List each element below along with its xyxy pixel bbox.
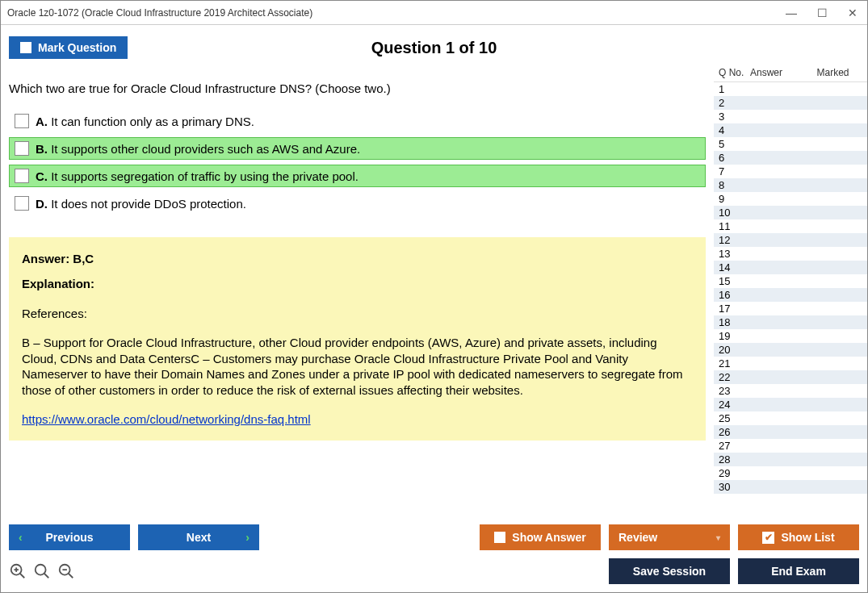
window-title: Oracle 1z0-1072 (Oracle Cloud Infrastruc… <box>7 7 783 19</box>
option-checkbox[interactable] <box>15 114 29 128</box>
end-exam-button[interactable]: End Exam <box>738 558 859 584</box>
question-list-row[interactable]: 16 <box>714 288 867 302</box>
checkbox-icon <box>20 42 31 53</box>
mark-question-button[interactable]: Mark Question <box>9 36 128 59</box>
svg-line-5 <box>44 574 49 578</box>
question-heading: Question 1 of 10 <box>371 39 497 57</box>
reference-link[interactable]: https://www.oracle.com/cloud/networking/… <box>22 412 311 426</box>
titlebar: Oracle 1z0-1072 (Oracle Cloud Infrastruc… <box>1 1 867 25</box>
question-list-pane: Q No. Answer Marked 12345678910111213141… <box>714 64 867 516</box>
question-list-row[interactable]: 14 <box>714 261 867 274</box>
minimize-button[interactable]: — <box>783 6 799 19</box>
zoom-in-icon[interactable] <box>9 562 27 580</box>
show-answer-label: Show Answer <box>512 531 585 544</box>
option-checkbox[interactable] <box>15 169 29 183</box>
question-list-row[interactable]: 29 <box>714 466 867 480</box>
references-label: References: <box>22 307 693 320</box>
caret-down-icon: ▾ <box>716 533 720 542</box>
mark-question-label: Mark Question <box>38 41 116 54</box>
maximize-button[interactable]: ☐ <box>814 6 830 19</box>
col-qno: Q No. <box>714 67 750 78</box>
question-list-body[interactable]: 1234567891011121314151617181920212223242… <box>714 82 867 516</box>
zoom-controls <box>9 562 75 580</box>
question-list-row[interactable]: 15 <box>714 274 867 288</box>
option-row-a[interactable]: A. It can function only as a primary DNS… <box>9 110 706 132</box>
question-list-row[interactable]: 6 <box>714 151 867 165</box>
question-list-row[interactable]: 9 <box>714 192 867 206</box>
option-label: B. It supports other cloud providers suc… <box>36 142 360 156</box>
footer-row-2: Save Session End Exam <box>9 558 859 584</box>
question-text: Which two are true for Oracle Cloud Infr… <box>9 81 706 95</box>
question-list-row[interactable]: 1 <box>714 82 867 96</box>
question-list-row[interactable]: 13 <box>714 247 867 261</box>
question-list-row[interactable]: 8 <box>714 178 867 192</box>
previous-label: Previous <box>45 531 93 544</box>
checkbox-icon <box>494 532 505 543</box>
question-list-row[interactable]: 28 <box>714 453 867 466</box>
option-checkbox[interactable] <box>15 196 29 211</box>
question-list-row[interactable]: 21 <box>714 357 867 370</box>
question-list-row[interactable]: 10 <box>714 206 867 219</box>
zoom-reset-icon[interactable] <box>33 562 51 580</box>
previous-button[interactable]: ‹ Previous <box>9 524 130 550</box>
question-list-row[interactable]: 27 <box>714 439 867 453</box>
option-checkbox[interactable] <box>15 141 29 156</box>
question-list-row[interactable]: 30 <box>714 480 867 494</box>
question-list-row[interactable]: 23 <box>714 384 867 398</box>
question-list-row[interactable]: 17 <box>714 302 867 315</box>
option-row-b[interactable]: B. It supports other cloud providers suc… <box>9 137 706 160</box>
close-button[interactable]: ✕ <box>845 6 861 19</box>
answer-line: Answer: B,C <box>22 252 693 265</box>
next-button[interactable]: Next › <box>138 524 259 550</box>
question-list-row[interactable]: 12 <box>714 233 867 247</box>
col-marked: Marked <box>799 67 867 78</box>
header-row: Mark Question Question 1 of 10 <box>1 25 867 64</box>
save-session-label: Save Session <box>633 565 706 578</box>
chevron-right-icon: › <box>245 531 249 544</box>
check-icon: ✔ <box>762 532 774 544</box>
question-list-row[interactable]: 3 <box>714 110 867 123</box>
body-area: Which two are true for Oracle Cloud Infr… <box>1 64 867 516</box>
explanation-label: Explanation: <box>22 277 693 290</box>
question-list-row[interactable]: 26 <box>714 425 867 439</box>
show-list-button[interactable]: ✔ Show List <box>738 524 859 550</box>
explanation-body: B – Support for Oracle Cloud Infrastruct… <box>22 335 693 398</box>
show-answer-button[interactable]: Show Answer <box>480 524 601 550</box>
question-list-row[interactable]: 22 <box>714 370 867 384</box>
show-list-label: Show List <box>781 531 834 544</box>
option-row-c[interactable]: C. It supports segregation of traffic by… <box>9 165 706 187</box>
question-list-row[interactable]: 5 <box>714 137 867 151</box>
footer: ‹ Previous Next › Show Answer Review ▾ ✔… <box>1 516 867 592</box>
chevron-left-icon: ‹ <box>19 531 23 544</box>
review-button[interactable]: Review ▾ <box>609 524 730 550</box>
options-container: A. It can function only as a primary DNS… <box>9 110 706 219</box>
option-row-d[interactable]: D. It does not provide DDoS protection. <box>9 192 706 215</box>
question-list-row[interactable]: 11 <box>714 219 867 233</box>
svg-line-7 <box>69 574 73 578</box>
option-label: C. It supports segregation of traffic by… <box>36 169 359 183</box>
answer-box: Answer: B,C Explanation: References: B –… <box>9 237 706 441</box>
option-label: D. It does not provide DDoS protection. <box>36 197 246 211</box>
question-list-row[interactable]: 19 <box>714 329 867 343</box>
svg-point-4 <box>36 565 46 575</box>
question-list-row[interactable]: 24 <box>714 398 867 411</box>
question-list-row[interactable]: 18 <box>714 315 867 329</box>
option-label: A. It can function only as a primary DNS… <box>36 115 254 128</box>
col-answer: Answer <box>750 67 799 78</box>
next-label: Next <box>187 531 211 544</box>
svg-line-1 <box>20 574 25 578</box>
save-session-button[interactable]: Save Session <box>609 558 730 584</box>
footer-row-1: ‹ Previous Next › Show Answer Review ▾ ✔… <box>9 524 859 550</box>
question-list-row[interactable]: 4 <box>714 123 867 137</box>
question-list-row[interactable]: 2 <box>714 96 867 110</box>
end-exam-label: End Exam <box>771 565 826 578</box>
review-label: Review <box>619 531 657 544</box>
window-controls: — ☐ ✕ <box>783 6 861 19</box>
zoom-out-icon[interactable] <box>57 562 75 580</box>
question-list-header: Q No. Answer Marked <box>714 64 867 82</box>
question-list-row[interactable]: 25 <box>714 411 867 425</box>
question-list-row[interactable]: 7 <box>714 165 867 178</box>
app-window: Oracle 1z0-1072 (Oracle Cloud Infrastruc… <box>0 0 868 593</box>
question-list-row[interactable]: 20 <box>714 343 867 357</box>
main-pane: Which two are true for Oracle Cloud Infr… <box>1 64 714 516</box>
